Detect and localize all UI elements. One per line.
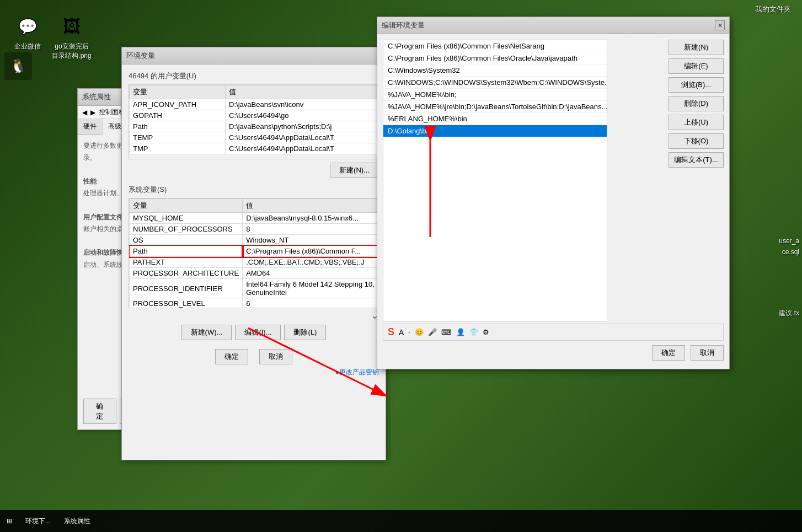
path-item-3[interactable]: C:\WINDOWS;C:\WINDOWS\System32\Wbem;C:\W…	[383, 77, 607, 89]
edit-new-btn[interactable]: 新建(N)	[669, 40, 724, 55]
user-buttons-row: 新建(N)...	[129, 163, 379, 178]
env-content: 46494 的用户变量(U) 变量 值 APR_ICONV_PATHD:\jav…	[122, 65, 386, 384]
path-item-1[interactable]: C:\Program Files (x86)\Common Files\Orac…	[383, 52, 607, 65]
path-item-4[interactable]: %JAVA_HOME%\bin;	[383, 89, 607, 101]
user-var-val-4: C:\Users\46494\AppData\Local\T	[226, 143, 378, 154]
windows-icon: ⊞	[7, 517, 12, 525]
sys-var-name-3: Path	[130, 246, 243, 257]
edit-env-close-btn[interactable]: ✕	[715, 20, 725, 30]
user-var-row-0[interactable]: APR_ICONV_PATHD:\javaBeans\svn\iconv	[130, 99, 378, 110]
edit-up-btn[interactable]: 上移(U)	[669, 115, 724, 130]
right-file-1: user_a	[779, 237, 799, 245]
edit-delete-btn[interactable]: 删除(D)	[669, 96, 724, 111]
user-vars-table: 变量 值 APR_ICONV_PATHD:\javaBeans\svn\icon…	[129, 85, 378, 154]
ime-keyboard-icon: ⌨	[441, 328, 452, 336]
goinstall-label: go安装完后 目录结构.png	[52, 42, 92, 61]
sys-var-name-1: NUMBER_OF_PROCESSORS	[130, 224, 243, 235]
edit-env-main-area: C:\Program Files (x86)\Common Files\NetS…	[383, 40, 724, 321]
user-col-var: 变量	[130, 85, 226, 99]
user-var-name-1: GOPATH	[130, 110, 226, 121]
user-var-row-4[interactable]: TMPC:\Users\46494\AppData\Local\T	[130, 143, 378, 154]
sys-var-val-5: AMD64	[243, 268, 378, 279]
sys-var-row-4[interactable]: PATHEXT.COM;.EXE;.BAT;.CMD;.VBS;.VBE;.J	[130, 257, 378, 268]
path-item-6[interactable]: %ERLANG_HOME%\bin	[383, 113, 607, 125]
taskbar-env-label: 环境下...	[25, 517, 51, 526]
desktop-icon-wechat[interactable]: 💬 企业微信	[6, 11, 50, 53]
sys-col-val: 值	[243, 199, 378, 213]
sys-var-name-4: PATHEXT	[130, 257, 243, 268]
path-item-5[interactable]: %JAVA_HOME%\jre\bin;D:\javaBeans\Tortois…	[383, 101, 607, 113]
sys-var-row-6[interactable]: PROCESSOR_IDENTIFIERIntel64 Family 6 Mod…	[130, 279, 378, 298]
ime-user-icon: 👤	[456, 328, 465, 336]
user-var-row-2[interactable]: PathD:\javaBeans\python\Scripts;D:\j	[130, 121, 378, 132]
taskbar-sys-item[interactable]: 系统属性	[57, 514, 97, 528]
sys-var-name-7: PROCESSOR_LEVEL	[130, 298, 243, 309]
ime-dot-icon: ·	[408, 328, 410, 336]
breadcrumb-arrow2: ▶	[90, 109, 95, 116]
sys-var-val-6: Intel64 Family 6 Model 142 Stepping 10, …	[243, 279, 378, 298]
breadcrumb-arrow: ◀	[82, 109, 87, 116]
wechat-icon: 💬	[14, 13, 41, 40]
ime-a-icon: A	[399, 328, 404, 337]
edit-env-side-buttons: 新建(N) 编辑(E) 浏览(B)... 删除(D) 上移(U) 下移(O) 编…	[669, 40, 724, 321]
right-file-2: ce.sql	[782, 248, 799, 256]
edit-text-btn[interactable]: 编辑文本(T)...	[669, 152, 724, 168]
desktop: 我的文件夹 💬 企业微信 🖼 go安装完后 目录结构.png 🐧 系统属性 ✕ …	[0, 0, 802, 532]
edit-ok-btn[interactable]: 确定	[652, 345, 685, 361]
env-ok-btn[interactable]: 确定	[215, 349, 248, 364]
edit-browse-btn[interactable]: 浏览(B)...	[669, 77, 724, 93]
sys-var-val-1: 8	[243, 224, 378, 235]
user-var-row-3[interactable]: TEMPC:\Users\46494\AppData\Local\T	[130, 132, 378, 143]
sys-var-row-3[interactable]: PathC:\Program Files (x86)\Common F...	[130, 246, 378, 257]
user-var-name-0: APR_ICONV_PATH	[130, 99, 226, 110]
sys-var-row-0[interactable]: MYSQL_HOMED:\javaBeans\mysql-8.0.15-winx…	[130, 213, 378, 224]
sys-var-row-7[interactable]: PROCESSOR_LEVEL6	[130, 298, 378, 309]
product-key-link[interactable]: ●更改产品密钥	[335, 368, 379, 376]
sys-var-val-2: Windows_NT	[243, 235, 378, 246]
sys-buttons-row: 新建(W)... 编辑(I)... 删除(L)	[129, 325, 379, 340]
path-list[interactable]: C:\Program Files (x86)\Common Files\NetS…	[383, 40, 607, 321]
user-var-name-2: Path	[130, 121, 226, 132]
sys-section-title: 系统变量(S)	[129, 185, 379, 195]
sys-edit-btn[interactable]: 编辑(I)...	[235, 325, 281, 340]
user-section-title: 46494 的用户变量(U)	[129, 71, 379, 81]
env-title: 环境变量	[126, 51, 155, 61]
sys-var-row-2[interactable]: OSWindows_NT	[130, 235, 378, 246]
ime-gear-icon: ⚙	[483, 328, 489, 336]
edit-env-content: C:\Program Files (x86)\Common Files\NetS…	[377, 34, 729, 366]
sysprop-ok-btn[interactable]: 确定	[83, 399, 116, 424]
user-var-val-1: C:\Users\46494\go	[226, 110, 378, 121]
sys-col-var: 变量	[130, 199, 243, 213]
right-file-3: 建议.tx	[779, 309, 799, 318]
user-var-row-1[interactable]: GOPATHC:\Users\46494\go	[130, 110, 378, 121]
path-item-7[interactable]: D:\Golang\bin	[383, 125, 607, 137]
ime-emoji-icon: 😊	[415, 328, 424, 336]
env-cancel-btn[interactable]: 取消	[259, 349, 292, 364]
edit-env-titlebar[interactable]: 编辑环境变量 ✕	[377, 17, 729, 34]
tab-hardware[interactable]: 硬件	[78, 119, 103, 134]
user-vars-table-container[interactable]: 变量 值 APR_ICONV_PATHD:\javaBeans\svn\icon…	[129, 84, 379, 159]
env-bottom-buttons-row: 确定 取消	[129, 349, 379, 364]
sys-var-row-5[interactable]: PROCESSOR_ARCHITECTUREAMD64	[130, 268, 378, 279]
env-titlebar[interactable]: 环境变量	[122, 47, 386, 65]
user-var-val-2: D:\javaBeans\python\Scripts;D:\j	[226, 121, 378, 132]
taskbar-start[interactable]: ⊞	[0, 515, 19, 527]
sys-delete-btn[interactable]: 删除(L)	[284, 325, 326, 340]
edit-down-btn[interactable]: 下移(O)	[669, 133, 724, 149]
edit-cancel-btn[interactable]: 取消	[691, 345, 724, 361]
edit-env-controls[interactable]: ✕	[715, 20, 725, 30]
path-item-0[interactable]: C:\Program Files (x86)\Common Files\NetS…	[383, 40, 607, 52]
ime-mic-icon: 🎤	[428, 328, 437, 336]
ime-s-icon: S	[388, 326, 394, 338]
sys-var-val-7: 6	[243, 298, 378, 309]
product-key-row: ●更改产品密钥	[129, 368, 379, 377]
sys-vars-table-container[interactable]: 变量 值 MYSQL_HOMED:\javaBeans\mysql-8.0.15…	[129, 198, 379, 308]
edit-edit-btn[interactable]: 编辑(E)	[669, 58, 724, 74]
taskbar-env-item[interactable]: 环境下...	[19, 514, 57, 528]
sys-var-val-0: D:\javaBeans\mysql-8.0.15-winx6...	[243, 213, 378, 224]
path-item-2[interactable]: C:\Windows\System32	[383, 65, 607, 77]
sys-new-btn[interactable]: 新建(W)...	[181, 325, 232, 340]
sys-var-row-1[interactable]: NUMBER_OF_PROCESSORS8	[130, 224, 378, 235]
user-new-btn[interactable]: 新建(N)...	[330, 163, 379, 178]
desktop-icon-goinstall[interactable]: 🖼 go安装完后 目录结构.png	[50, 11, 94, 63]
